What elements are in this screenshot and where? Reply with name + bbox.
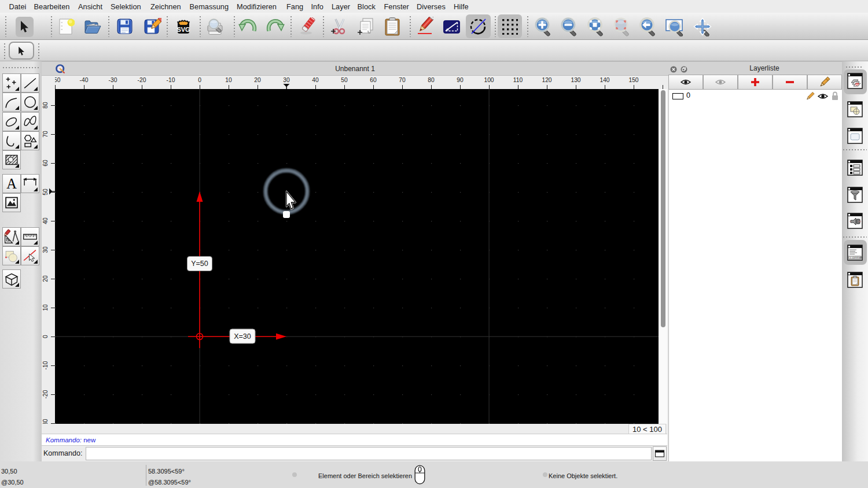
svg-text:130: 130 xyxy=(571,77,580,83)
svg-text:30: 30 xyxy=(42,246,49,253)
svg-text:120: 120 xyxy=(542,77,551,83)
svg-text:-10: -10 xyxy=(42,361,49,369)
svg-text:30: 30 xyxy=(283,77,290,83)
svg-text:50: 50 xyxy=(42,188,49,195)
svg-text:10: 10 xyxy=(225,77,232,83)
svg-text:20: 20 xyxy=(254,77,261,83)
svg-text:-10: -10 xyxy=(167,77,175,83)
svg-text:-20: -20 xyxy=(42,390,49,398)
svg-text:70: 70 xyxy=(42,131,49,138)
svg-text:100: 100 xyxy=(484,77,494,83)
svg-text:-50: -50 xyxy=(55,77,61,83)
svg-text:60: 60 xyxy=(42,160,49,167)
svg-text:-20: -20 xyxy=(138,77,146,83)
svg-text:60: 60 xyxy=(370,77,377,83)
svg-text:90: 90 xyxy=(457,77,464,83)
svg-text:20: 20 xyxy=(42,275,49,282)
svg-text:0: 0 xyxy=(198,77,201,83)
svg-text:40: 40 xyxy=(312,77,319,83)
svg-text:-30: -30 xyxy=(109,77,117,83)
svg-text:10: 10 xyxy=(42,304,49,311)
svg-text:80: 80 xyxy=(42,102,49,109)
svg-text:Y=50: Y=50 xyxy=(191,260,208,268)
svg-text:0: 0 xyxy=(42,335,49,338)
svg-text:A: A xyxy=(6,176,17,191)
svg-text:150: 150 xyxy=(628,77,638,83)
svg-text:110: 110 xyxy=(513,77,523,83)
svg-text:70: 70 xyxy=(399,77,406,83)
svg-text:-40: -40 xyxy=(80,77,89,83)
svg-text:80: 80 xyxy=(428,77,435,83)
svg-text:140: 140 xyxy=(599,77,609,83)
svg-text:-30: -30 xyxy=(42,419,49,424)
svg-text:SVG: SVG xyxy=(176,26,190,33)
svg-text:c command: c command xyxy=(850,256,863,259)
svg-text:40: 40 xyxy=(42,217,49,224)
svg-text:X=30: X=30 xyxy=(234,332,251,341)
svg-text:50: 50 xyxy=(341,77,348,83)
